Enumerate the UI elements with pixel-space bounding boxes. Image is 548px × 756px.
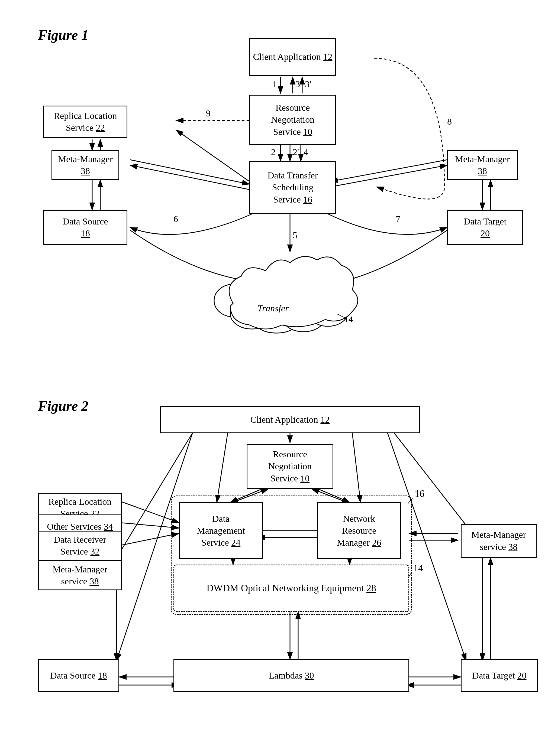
svg-line-22	[130, 165, 249, 190]
client-app-label-f1: Client Application	[253, 52, 321, 62]
svg-point-35	[214, 284, 252, 317]
svg-text:5: 5	[293, 230, 297, 240]
svg-point-32	[268, 271, 312, 303]
svg-line-29	[331, 165, 447, 187]
svg-text:7: 7	[396, 214, 400, 224]
resource-neg-box-f1: ResourceNegotiationService 10	[249, 95, 336, 145]
svg-point-40	[320, 287, 358, 314]
svg-line-63	[119, 523, 179, 528]
svg-text:14: 14	[344, 314, 353, 324]
figure2-label: Figure 2	[38, 398, 88, 414]
data-source-box-f2: Data Source 18	[38, 659, 119, 692]
svg-point-36	[230, 299, 274, 329]
svg-line-62	[119, 501, 179, 523]
figure1-label: Figure 1	[38, 27, 88, 43]
svg-point-38	[282, 302, 325, 332]
svg-line-28	[331, 160, 447, 181]
client-app-box-f2: Client Application 12	[160, 406, 420, 433]
svg-text:6: 6	[173, 214, 178, 224]
data-target-box-f2: Data Target 20	[461, 659, 538, 692]
page: Figure 1	[0, 0, 548, 756]
svg-point-39	[308, 296, 348, 326]
svg-line-23	[130, 160, 249, 184]
figure1: Figure 1	[16, 16, 532, 368]
svg-line-49	[352, 433, 361, 502]
svg-text:16: 16	[415, 488, 424, 499]
dwdm-box-f2: DWDM Optical Networking Equipment 28	[179, 567, 404, 609]
svg-line-45	[338, 314, 346, 318]
meta-manager-left-f2: Meta-Managerservice 38	[38, 561, 122, 590]
figure2: Figure 2	[16, 390, 532, 756]
svg-point-33	[249, 283, 287, 313]
svg-text:1: 1	[272, 79, 277, 89]
replica-loc-box-f1: Replica LocationService 22	[43, 106, 127, 138]
svg-text:2': 2'	[293, 147, 299, 157]
meta-manager-left-f1: Meta-Manager38	[51, 150, 119, 180]
network-res-box-f2: NetworkResourceManager 26	[317, 502, 401, 559]
svg-line-48	[217, 433, 228, 502]
data-mgmt-box-f2: DataManagementService 24	[179, 502, 263, 559]
svg-line-21	[176, 130, 249, 181]
data-source-box-f1: Data Source18	[43, 210, 127, 245]
meta-manager-right-f2: Meta-Managerservice 38	[461, 524, 537, 558]
svg-text:9: 9	[206, 108, 210, 118]
svg-text:14: 14	[413, 563, 423, 573]
svg-text:2: 2	[271, 147, 276, 157]
data-receiver-box-f2: Data ReceiverService 32	[38, 531, 122, 561]
svg-text:Transfer: Transfer	[257, 303, 289, 313]
data-target-box-f1: Data Target20	[447, 210, 523, 245]
resource-neg-box-f2: ResourceNegotiationService 10	[246, 444, 333, 489]
meta-manager-right-f1: Meta-Manager38	[447, 150, 518, 180]
svg-point-34	[232, 276, 267, 303]
svg-point-42	[293, 269, 331, 299]
svg-point-41	[313, 276, 348, 303]
svg-text:8: 8	[447, 116, 452, 126]
svg-text:3': 3'	[305, 79, 311, 89]
client-app-num-f1: 12	[323, 52, 332, 62]
data-transfer-box-f1: Data TransferSchedulingService 16	[249, 161, 336, 214]
svg-text:4: 4	[304, 147, 308, 157]
svg-line-64	[119, 533, 179, 546]
client-app-box-f1: Client Application 12	[249, 38, 336, 76]
svg-text:3: 3	[296, 79, 300, 89]
lambdas-box-f2: Lambdas 30	[173, 659, 409, 692]
svg-point-37	[253, 306, 300, 333]
